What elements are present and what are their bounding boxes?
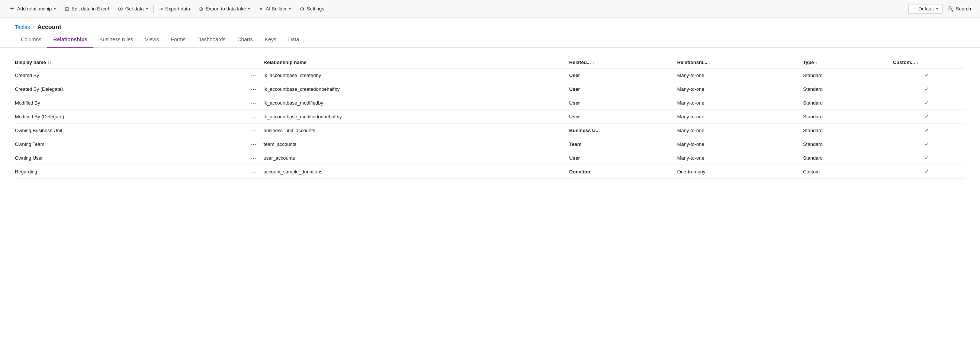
col-related-label: Related... [570,59,591,65]
cell-display-name: Created By (Delegate) [15,82,249,96]
ai-builder-label: AI Builder [266,6,286,11]
col-custom-sort: ↓ [916,60,918,64]
tab-data[interactable]: Data [282,34,305,48]
col-type-sort: ↓ [816,60,818,64]
table-row: Owning Team···team_accountsTeamMany-to-o… [15,137,965,151]
col-header-type[interactable]: Type ↓ [803,57,893,69]
cell-custom: ✓ [893,151,965,165]
col-header-custom[interactable]: Custom... ↓ [893,57,965,69]
tab-views[interactable]: Views [139,34,165,48]
cell-type: Standard [803,151,893,165]
excel-icon: ⊞ [65,6,69,12]
cell-display-name: Created By [15,69,249,82]
add-relationship-button[interactable]: ＋ Add relationship ▾ [5,0,60,18]
cell-row-menu[interactable]: ··· [249,123,264,137]
col-header-related[interactable]: Related... ↓ [570,57,677,69]
search-button[interactable]: 🔍 Search [943,5,975,13]
col-relationship-name-label: Relationship name [264,59,307,65]
cell-type: Standard [803,123,893,137]
export-lake-chevron: ▾ [248,7,250,11]
cell-relationship-type: Many-to-one [677,151,803,165]
col-relationship-name-sort: ↓ [308,60,310,64]
col-header-relationship-name[interactable]: Relationship name ↓ [264,57,570,69]
cell-relationship-name: account_sample_donations [264,165,570,179]
col-header-menu [249,57,264,69]
cell-display-name: Regarding [15,165,249,179]
get-data-button[interactable]: ⦿ Get data ▾ [113,0,153,18]
cell-row-menu[interactable]: ··· [249,151,264,165]
export-lake-button[interactable]: ⊕ Export to data lake ▾ [194,0,255,18]
cell-relationship-name: lk_accountbase_modifiedby [264,96,570,110]
ai-builder-button[interactable]: ✦ AI Builder ▾ [255,0,295,18]
col-header-relationship-type[interactable]: Relationshi... ↓ [677,57,803,69]
cell-relationship-name: business_unit_accounts [264,123,570,137]
cell-type: Custom [803,165,893,179]
col-header-display-name[interactable]: Display name ↑↓ [15,57,249,69]
tab-columns[interactable]: Columns [15,34,47,48]
get-data-label: Get data [125,6,144,11]
cell-related: User [570,110,677,123]
cell-related: User [570,96,677,110]
cell-relationship-name: lk_accountbase_modifiedonbehalfby [264,110,570,123]
add-relationship-chevron: ▾ [54,7,56,11]
default-button[interactable]: ≡ Default ▾ [908,4,942,14]
cell-related: User [570,151,677,165]
table-row: Owning User···user_accountsUserMany-to-o… [15,151,965,165]
breadcrumb-separator: › [33,24,34,30]
tab-charts[interactable]: Charts [231,34,258,48]
checkmark-icon: ✓ [924,155,929,161]
export-data-button[interactable]: ⇥ Export data [154,0,195,18]
ai-builder-chevron: ▾ [289,7,291,11]
col-custom-label: Custom... [893,59,915,65]
tab-keys[interactable]: Keys [259,34,282,48]
cell-display-name: Owning User [15,151,249,165]
tab-dashboards[interactable]: Dashboards [191,34,232,48]
cell-row-menu[interactable]: ··· [249,96,264,110]
cell-relationship-type: One-to-many [677,165,803,179]
cell-custom: ✓ [893,110,965,123]
table-row: Regarding···account_sample_donationsDona… [15,165,965,179]
checkmark-icon: ✓ [924,100,929,106]
cell-relationship-type: Many-to-one [677,82,803,96]
edit-excel-button[interactable]: ⊞ Edit data in Excel [60,0,113,18]
checkmark-icon: ✓ [924,169,929,174]
tabs-bar: Columns Relationships Business rules Vie… [0,34,980,48]
cell-related: Business U... [570,123,677,137]
settings-button[interactable]: ⚙ Settings [295,0,329,18]
col-display-name-label: Display name [15,59,46,65]
breadcrumb-tables-link[interactable]: Tables [15,24,30,30]
cell-row-menu[interactable]: ··· [249,110,264,123]
add-icon: ＋ [9,5,15,13]
cell-row-menu[interactable]: ··· [249,69,264,82]
search-label: Search [956,6,971,11]
relationships-table-container: Display name ↑↓ Relationship name ↓ Rela… [0,48,980,179]
cell-row-menu[interactable]: ··· [249,137,264,151]
checkmark-icon: ✓ [924,127,929,133]
cell-relationship-type: Many-to-one [677,69,803,82]
cell-custom: ✓ [893,137,965,151]
cell-type: Standard [803,96,893,110]
tab-business-rules[interactable]: Business rules [93,34,139,48]
settings-icon: ⚙ [300,6,305,12]
export-data-label: Export data [165,6,191,11]
export-data-icon: ⇥ [159,6,163,12]
col-type-label: Type [803,59,814,65]
table-row: Created By···lk_accountbase_createdbyUse… [15,69,965,82]
cell-relationship-type: Many-to-one [677,96,803,110]
tab-forms[interactable]: Forms [165,34,191,48]
table-header-row: Display name ↑↓ Relationship name ↓ Rela… [15,57,965,69]
cell-custom: ✓ [893,123,965,137]
cell-related: Donation [570,165,677,179]
checkmark-icon: ✓ [924,72,929,78]
table-row: Modified By (Delegate)···lk_accountbase_… [15,110,965,123]
default-label: Default [919,6,934,11]
cell-related: User [570,69,677,82]
cell-row-menu[interactable]: ··· [249,82,264,96]
tab-relationships[interactable]: Relationships [47,34,93,48]
cell-type: Standard [803,69,893,82]
cell-relationship-name: user_accounts [264,151,570,165]
cell-relationship-type: Many-to-one [677,123,803,137]
cell-display-name: Modified By [15,96,249,110]
toolbar: ＋ Add relationship ▾ ⊞ Edit data in Exce… [0,0,980,18]
cell-row-menu[interactable]: ··· [249,165,264,179]
